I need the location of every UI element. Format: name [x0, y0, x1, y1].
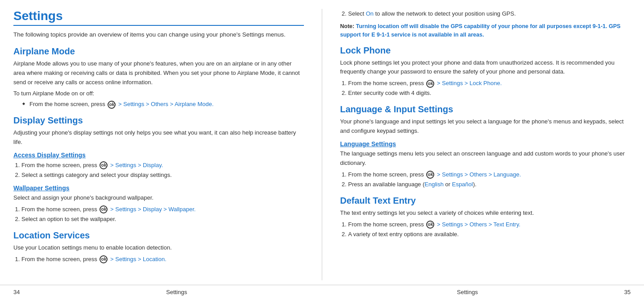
location-link: > Settings > Location. [110, 256, 166, 262]
airplane-turn-on-off: To turn Airplane Mode on or off: [13, 89, 304, 98]
section-display-settings: Display Settings [13, 115, 304, 126]
location-body: Use your Location settings menu to enabl… [13, 243, 304, 253]
default-text-body: The text entry settings let you select a… [340, 209, 631, 218]
gps-steps: Select On to allow the network to detect… [348, 9, 631, 19]
wallpaper-intro: Select and assign your phone's backgroun… [13, 193, 304, 203]
on-link: On [366, 10, 374, 17]
section-airplane-mode: Airplane Mode [13, 46, 304, 57]
ok-icon-display: ok [100, 161, 108, 169]
right-column: Select On to allow the network to detect… [322, 9, 631, 280]
gps-step-2: Select On to allow the network to detect… [348, 9, 631, 19]
gps-step-text: to allow the network to detect your posi… [375, 10, 516, 17]
wallpaper-step-2: Select an option to set the wallpaper. [21, 214, 304, 224]
ok-icon-language: ok [426, 171, 434, 179]
language-settings-steps: From the home screen, press ok > Setting… [348, 170, 631, 189]
location-steps: From the home screen, press ok > Setting… [21, 254, 304, 264]
text-entry-step-2: A variety of text entry options are avai… [348, 229, 631, 239]
lock-phone-step-1: From the home screen, press ok > Setting… [348, 78, 631, 88]
lock-link: > Settings > Lock Phone. [437, 80, 502, 86]
text-entry-step-1: From the home screen, press ok > Setting… [348, 220, 631, 229]
wallpaper-step-1: From the home screen, press ok > Setting… [21, 205, 304, 214]
access-display-step-2: Select a settings category and select yo… [21, 170, 304, 180]
subsection-language-settings: Language Settings [340, 140, 631, 147]
footer-right-page: 35 [613, 289, 631, 295]
display-link: > Settings > Display. [110, 162, 163, 168]
airplane-mode-body: Airplane Mode allows you to use many of … [13, 59, 304, 87]
footer: 34 Settings Settings 35 [0, 285, 644, 299]
language-link: > Settings > Others > Language. [437, 171, 521, 178]
airplane-bullet-text: From the home screen, press [29, 101, 107, 107]
subsection-wallpaper: Wallpaper Settings [13, 184, 304, 192]
language-input-body: Your phone's language and input settings… [340, 117, 631, 136]
left-column: Settings The following topics provide an… [13, 9, 304, 280]
language-step-1: From the home screen, press ok > Setting… [348, 170, 631, 180]
section-lock-phone: Lock Phone [340, 45, 631, 56]
english-link: English [424, 181, 444, 188]
footer-center-right: Settings [322, 289, 613, 295]
display-settings-body: Adjusting your phone's display settings … [13, 128, 304, 147]
intro-text: The following topics provide an overview… [13, 30, 304, 39]
language-step-2: Press an available language (English or … [348, 180, 631, 189]
espanol-link: Español [452, 181, 473, 188]
airplane-bullet: From the home screen, press ok > Setting… [29, 100, 304, 109]
language-settings-body: The language settings menu lets you sele… [340, 149, 631, 168]
note-box: Note: Turning location off will disable … [340, 22, 631, 39]
section-language-input: Language & Input Settings [340, 104, 631, 115]
access-display-steps: From the home screen, press ok > Setting… [21, 160, 304, 180]
text-entry-link: > Settings > Others > Text Entry. [437, 221, 520, 228]
text-entry-steps: From the home screen, press ok > Setting… [348, 220, 631, 239]
wallpaper-steps: From the home screen, press ok > Setting… [21, 205, 304, 224]
note-label: Note: [340, 23, 354, 29]
location-step-1: From the home screen, press ok > Setting… [21, 254, 304, 264]
section-location-services: Location Services [13, 230, 304, 241]
lock-phone-steps: From the home screen, press ok > Setting… [348, 78, 631, 98]
page-container: Settings The following topics provide an… [0, 0, 644, 285]
footer-center-left: Settings [31, 289, 322, 295]
access-display-step-1: From the home screen, press ok > Setting… [21, 160, 304, 170]
lock-phone-step-2: Enter security code with 4 digits. [348, 88, 631, 98]
ok-icon-text: ok [426, 221, 434, 229]
ok-icon-airplane: ok [108, 101, 116, 109]
ok-icon-location: ok [100, 255, 108, 263]
subsection-access-display: Access Display Settings [13, 152, 304, 159]
ok-icon-lock: ok [426, 80, 434, 88]
footer-left-page: 34 [13, 289, 31, 295]
lock-phone-body: Lock phone settings let you protect your… [340, 58, 631, 77]
section-default-text-entry: Default Text Entry [340, 196, 631, 206]
page-title: Settings [13, 9, 304, 26]
wallpaper-link: > Settings > Display > Wallpaper. [110, 206, 195, 213]
airplane-link: > Settings > Others > Airplane Mode. [118, 101, 214, 107]
ok-icon-wallpaper: ok [100, 205, 108, 213]
note-content: Turning location off will disable the GP… [340, 23, 620, 38]
